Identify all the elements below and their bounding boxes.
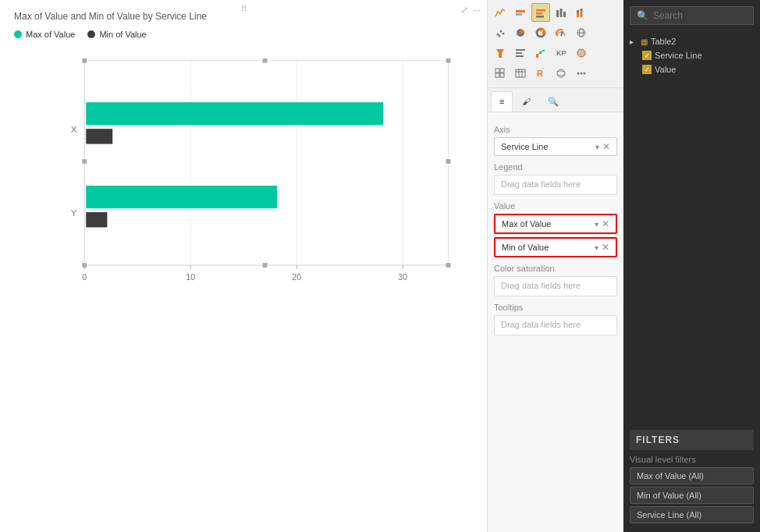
gauge-icon[interactable] <box>552 23 570 42</box>
bar-y-min[interactable] <box>86 212 107 227</box>
waterfall-icon[interactable] <box>531 44 550 62</box>
field-tree: ▸ ▦ Table2 ✓ Service Line ✓ Value <box>623 31 760 430</box>
search-input[interactable] <box>653 10 760 21</box>
svg-rect-28 <box>536 12 542 15</box>
tree-table-table2: ▸ ▦ Table2 ✓ Service Line ✓ Value <box>630 34 754 76</box>
matrix-icon[interactable] <box>491 64 510 83</box>
legend-item-min: Min of Value <box>87 30 146 39</box>
svg-text:X: X <box>71 124 77 134</box>
axis-field-tag[interactable]: Service Line ▾ ✕ <box>494 137 617 156</box>
field-panel: Axis Service Line ▾ ✕ Legend Drag data f… <box>488 112 623 532</box>
bar-y-max[interactable] <box>86 186 277 208</box>
stacked-bar-icon[interactable] <box>511 3 530 22</box>
svg-marker-48 <box>496 49 504 58</box>
svg-rect-60 <box>495 69 499 73</box>
legend-label-min: Min of Value <box>99 30 146 39</box>
tree-field-service-line[interactable]: ✓ Service Line <box>630 48 754 62</box>
svg-rect-36 <box>581 9 583 11</box>
svg-rect-29 <box>536 16 544 18</box>
svg-rect-22 <box>263 59 268 63</box>
min-value-close[interactable]: ✕ <box>602 242 609 253</box>
svg-rect-20 <box>446 59 451 63</box>
tree-field-value-label: Value <box>655 65 676 74</box>
chart-container: 0 10 20 30 X Y <box>8 45 479 524</box>
svg-rect-26 <box>516 13 522 16</box>
svg-point-70 <box>577 73 580 75</box>
right-panel: 🔍 ▸ ▦ Table2 ✓ Service Line ✓ Value FILT… <box>623 0 760 532</box>
svg-point-71 <box>581 73 583 75</box>
checkbox-service-line[interactable]: ✓ <box>642 51 652 60</box>
svg-point-72 <box>584 73 586 75</box>
more-options-icon[interactable]: ··· <box>473 5 481 16</box>
axis-field-arrow: ▾ <box>595 143 599 151</box>
tree-table-header[interactable]: ▸ ▦ Table2 <box>630 34 754 48</box>
icon-row-2 <box>491 23 620 42</box>
min-value-tag[interactable]: Min of Value ▾ ✕ <box>494 237 617 257</box>
icon-row-4: R <box>491 64 620 83</box>
max-value-arrow: ▾ <box>595 220 598 229</box>
svg-rect-32 <box>563 12 566 17</box>
svg-rect-53 <box>539 51 542 54</box>
map-icon[interactable] <box>572 23 591 42</box>
tooltips-drop-zone: Drag data fields here <box>494 315 617 335</box>
filter-item-service-line[interactable]: Service Line (All) <box>630 506 754 523</box>
line-chart-icon[interactable] <box>491 3 510 22</box>
kpi-icon[interactable]: KPI <box>552 44 570 62</box>
svg-rect-19 <box>82 59 87 63</box>
format-tab-icon: 🖌 <box>522 97 531 106</box>
svg-rect-33 <box>577 12 579 17</box>
max-value-label: Max of Value <box>502 219 595 229</box>
svg-point-40 <box>499 35 501 37</box>
tab-analytics[interactable]: 🔍 <box>540 91 566 112</box>
filled-map-icon[interactable] <box>572 44 591 62</box>
svg-rect-17 <box>82 263 87 268</box>
tab-fields[interactable]: ≡ <box>491 91 513 112</box>
legend-dot-max <box>14 30 22 38</box>
min-value-arrow: ▾ <box>595 243 598 252</box>
more-visuals-icon[interactable] <box>572 64 591 83</box>
bar-x-max[interactable] <box>86 102 383 125</box>
svg-rect-31 <box>560 9 563 17</box>
funnel-icon[interactable] <box>491 44 510 62</box>
max-value-tag[interactable]: Max of Value ▾ ✕ <box>494 214 617 234</box>
svg-point-38 <box>500 30 503 33</box>
bar-x-min[interactable] <box>86 129 112 144</box>
expand-icon[interactable]: ⤢ <box>460 5 468 16</box>
clustered-bar-icon[interactable] <box>531 3 550 22</box>
filter-item-max[interactable]: Max of Value (All) <box>630 467 754 484</box>
svg-text:0: 0 <box>82 272 87 282</box>
svg-rect-18 <box>446 263 451 268</box>
column-chart-icon[interactable] <box>552 3 570 22</box>
table-icon[interactable] <box>511 64 530 83</box>
tree-field-value[interactable]: ✓ Value <box>630 62 754 76</box>
axis-field-close[interactable]: ✕ <box>602 141 610 152</box>
filter-item-min[interactable]: Min of Value (All) <box>630 487 754 504</box>
svg-text:R: R <box>537 69 543 78</box>
stacked-column-icon[interactable] <box>572 3 591 22</box>
tab-format[interactable]: 🖌 <box>514 91 538 112</box>
r-visual-icon[interactable]: R <box>531 64 550 83</box>
svg-text:KPI: KPI <box>556 49 566 57</box>
scatter-chart-icon[interactable] <box>491 23 510 42</box>
legend-item-max: Max of Value <box>14 30 75 39</box>
search-box[interactable]: 🔍 <box>630 6 754 25</box>
min-value-label: Min of Value <box>502 243 595 252</box>
checkbox-value[interactable]: ✓ <box>642 65 652 74</box>
slicer-icon[interactable] <box>511 44 530 62</box>
svg-text:20: 20 <box>292 272 301 282</box>
svg-rect-21 <box>263 263 268 268</box>
svg-rect-34 <box>577 10 579 12</box>
viz-icon-toolbar: KPI R <box>488 0 623 88</box>
svg-point-39 <box>503 33 505 35</box>
pie-chart-icon[interactable] <box>511 23 530 42</box>
icon-row-1 <box>491 3 620 22</box>
filter-section-label: Visual level filters <box>630 455 754 464</box>
color-sat-label: Color saturation <box>494 264 617 273</box>
tree-field-service-line-label: Service Line <box>655 51 702 60</box>
svg-point-43 <box>539 31 542 34</box>
globe-icon[interactable] <box>552 64 570 83</box>
svg-rect-27 <box>536 9 545 12</box>
tree-table-name: Table2 <box>651 37 676 46</box>
donut-chart-icon[interactable] <box>531 23 550 42</box>
max-value-close[interactable]: ✕ <box>602 218 609 229</box>
